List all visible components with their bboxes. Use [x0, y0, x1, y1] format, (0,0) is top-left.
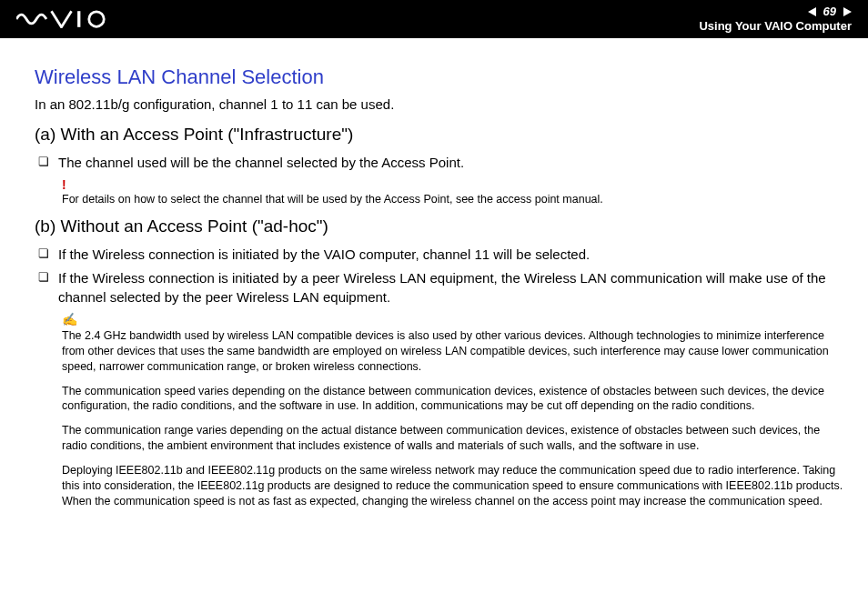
note-text: The communication range varies depending…	[62, 423, 848, 454]
list-item: If the Wireless connection is initiated …	[35, 269, 848, 306]
note-text: The communication speed varies depending…	[62, 384, 848, 415]
intro-text: In an 802.11b/g configuration, channel 1…	[35, 96, 848, 112]
note-text: The 2.4 GHz bandwidth used by wireless L…	[62, 328, 848, 375]
section-b-notes-block: ✍ The 2.4 GHz bandwidth used by wireless…	[62, 312, 848, 509]
content: Wireless LAN Channel Selection In an 802…	[0, 38, 868, 509]
page-title: Wireless LAN Channel Selection	[35, 65, 848, 89]
header-bar: 69 Using Your VAIO Computer	[0, 0, 868, 38]
page-number: 69	[820, 5, 840, 19]
note-icon: ✍	[62, 312, 848, 327]
page: 69 Using Your VAIO Computer Wireless LAN…	[0, 0, 868, 613]
svg-point-1	[89, 12, 105, 27]
warning-icon: !	[62, 177, 848, 192]
prev-page-arrow-icon[interactable]	[808, 7, 816, 16]
section-a-heading: (a) With an Access Point ("Infrastructur…	[35, 125, 848, 145]
header-right: 69 Using Your VAIO Computer	[699, 5, 852, 33]
note-text: Deploying IEEE802.11b and IEEE802.11g pr…	[62, 463, 848, 509]
warning-text: For details on how to select the channel…	[62, 192, 848, 207]
header-subtitle: Using Your VAIO Computer	[699, 19, 852, 34]
section-b-heading: (b) Without an Access Point ("ad-hoc")	[35, 216, 848, 236]
section-a-bullets: The channel used will be the channel sel…	[35, 154, 848, 172]
svg-rect-0	[77, 11, 80, 27]
list-item: If the Wireless connection is initiated …	[35, 246, 848, 264]
next-page-arrow-icon[interactable]	[843, 7, 852, 16]
list-item: The channel used will be the channel sel…	[35, 154, 848, 172]
section-a-warning-block: ! For details on how to select the chann…	[62, 177, 848, 207]
vaio-logo	[16, 10, 116, 28]
page-nav: 69	[699, 5, 852, 19]
section-b-bullets: If the Wireless connection is initiated …	[35, 246, 848, 306]
